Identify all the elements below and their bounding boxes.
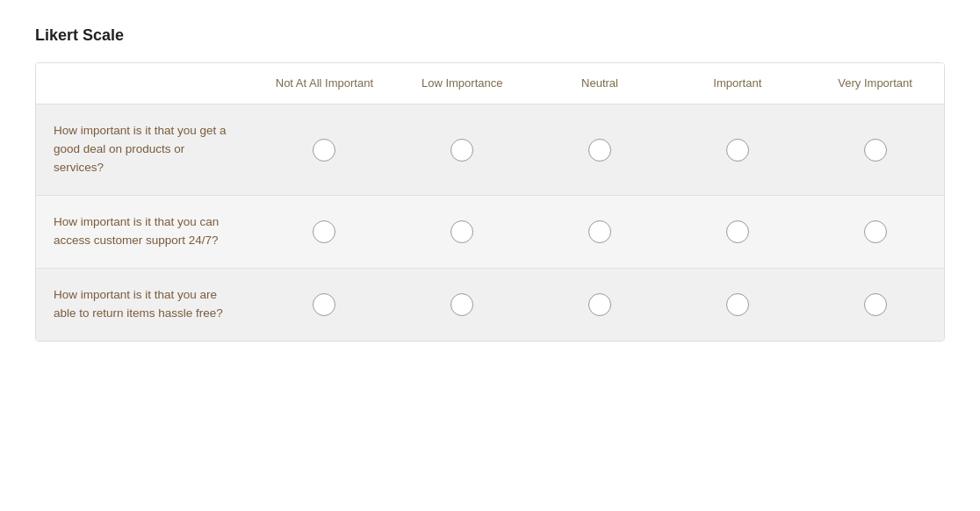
radio-cell-1-4[interactable] (668, 139, 806, 162)
radio-cell-2-5[interactable] (806, 220, 944, 243)
radio-row2-col5[interactable] (864, 220, 887, 243)
radio-cell-3-3[interactable] (531, 293, 669, 316)
header-col-2: Low Importance (393, 76, 531, 91)
radio-row3-col5[interactable] (864, 293, 887, 316)
table-row: How important is it that you get a good … (36, 104, 944, 196)
likert-table: Not At All Important Low Importance Neut… (35, 62, 945, 342)
radio-row3-col1[interactable] (313, 293, 335, 316)
question-2: How important is it that you can access … (36, 213, 256, 250)
radio-row3-col2[interactable] (450, 293, 473, 316)
radio-cell-1-3[interactable] (531, 139, 669, 162)
radio-cell-3-4[interactable] (668, 293, 806, 316)
radio-cell-3-5[interactable] (806, 293, 944, 316)
question-1: How important is it that you get a good … (36, 122, 256, 177)
radio-cell-3-2[interactable] (393, 293, 531, 316)
radio-cell-1-1[interactable] (256, 139, 393, 162)
table-row: How important is it that you are able to… (36, 269, 944, 341)
header-col-1: Not At All Important (256, 76, 393, 91)
radio-cell-2-1[interactable] (256, 220, 393, 243)
radio-row2-col3[interactable] (588, 220, 611, 243)
table-header: Not At All Important Low Importance Neut… (36, 63, 944, 104)
radio-row2-col4[interactable] (726, 220, 749, 243)
table-row: How important is it that you can access … (36, 196, 944, 269)
radio-row2-col2[interactable] (450, 220, 473, 243)
radio-row1-col1[interactable] (313, 139, 335, 162)
page-title: Likert Scale (35, 26, 945, 45)
radio-row1-col3[interactable] (588, 139, 611, 162)
radio-cell-2-3[interactable] (531, 220, 669, 243)
radio-row1-col5[interactable] (864, 139, 887, 162)
header-col-5: Very Important (806, 76, 944, 91)
radio-row3-col4[interactable] (726, 293, 749, 316)
radio-row3-col3[interactable] (588, 293, 611, 316)
radio-row2-col1[interactable] (313, 220, 335, 243)
header-question-col (36, 76, 256, 91)
radio-row1-col2[interactable] (450, 139, 473, 162)
radio-row1-col4[interactable] (726, 139, 749, 162)
radio-cell-1-2[interactable] (393, 139, 531, 162)
radio-cell-2-4[interactable] (668, 220, 806, 243)
header-col-3: Neutral (531, 76, 669, 91)
radio-cell-3-1[interactable] (256, 293, 393, 316)
question-3: How important is it that you are able to… (36, 286, 256, 323)
radio-cell-2-2[interactable] (393, 220, 531, 243)
header-col-4: Important (668, 76, 806, 91)
radio-cell-1-5[interactable] (806, 139, 944, 162)
